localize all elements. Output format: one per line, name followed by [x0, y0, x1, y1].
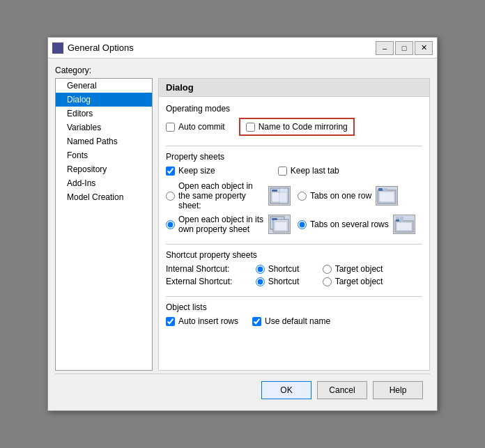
svg-rect-10	[272, 218, 277, 220]
same-property-radio-label[interactable]: Open each object in the same property sh…	[166, 181, 264, 210]
svg-rect-3	[279, 188, 288, 203]
object-lists-label: Object lists	[166, 302, 422, 312]
tabs-one-row-icon	[376, 186, 398, 206]
internal-shortcut-label: Internal Shortcut:	[166, 264, 249, 274]
operating-modes-section: Operating modes Auto commit Name to Code…	[166, 104, 422, 136]
operating-modes-row: Auto commit Name to Code mirroring	[166, 118, 422, 136]
keep-size-checkbox-label[interactable]: Keep size	[166, 166, 215, 176]
shortcut-grid: Internal Shortcut: Shortcut Target objec…	[166, 264, 422, 286]
tabs-several-rows-radio[interactable]	[298, 220, 307, 229]
window-title: General Options	[68, 43, 134, 53]
sidebar-item-repository[interactable]: Repository	[56, 162, 152, 176]
operating-modes-label: Operating modes	[166, 104, 422, 114]
svg-rect-1	[272, 190, 277, 192]
sidebar-item-model-creation[interactable]: Model Creation	[56, 190, 152, 204]
use-default-name-checkbox-label[interactable]: Use default name	[252, 316, 330, 326]
own-property-radio[interactable]	[166, 220, 175, 229]
own-property-label: Open each object in its own property she…	[178, 215, 264, 234]
internal-shortcut-radio-label[interactable]: Shortcut	[256, 264, 316, 274]
auto-commit-checkbox-label[interactable]: Auto commit	[166, 122, 225, 132]
general-options-window: General Options – □ ✕ Category: General …	[47, 37, 438, 411]
keep-size-checkbox[interactable]	[166, 167, 175, 176]
tabs-one-row-radio-label[interactable]: Tabs on one row	[298, 191, 371, 201]
tabs-one-row-label: Tabs on one row	[310, 191, 371, 201]
use-default-name-label: Use default name	[265, 316, 330, 326]
same-property-radio[interactable]	[166, 192, 175, 201]
external-shortcut-radio-label[interactable]: Shortcut	[256, 277, 316, 286]
auto-commit-label: Auto commit	[178, 122, 225, 132]
keep-last-tab-checkbox[interactable]	[278, 167, 287, 176]
auto-insert-checkbox[interactable]	[166, 317, 175, 326]
title-buttons: – □ ✕	[376, 41, 433, 55]
minimize-button[interactable]: –	[376, 41, 394, 55]
keep-size-label: Keep size	[178, 166, 215, 176]
cancel-button[interactable]: Cancel	[317, 381, 367, 399]
sidebar-item-add-ins[interactable]: Add-Ins	[56, 176, 152, 190]
internal-target-radio[interactable]	[323, 265, 332, 274]
keep-row: Keep size Keep last tab	[166, 166, 422, 176]
same-property-row: Open each object in the same property sh…	[166, 181, 291, 210]
ok-button[interactable]: OK	[261, 381, 311, 399]
auto-insert-label: Auto insert rows	[178, 316, 238, 326]
svg-rect-11	[275, 222, 287, 231]
external-target-option: Target object	[335, 277, 383, 286]
close-button[interactable]: ✕	[415, 41, 433, 55]
external-shortcut-option: Shortcut	[268, 277, 300, 286]
svg-rect-16	[400, 217, 403, 219]
object-lists-row: Auto insert rows Use default name	[166, 316, 422, 326]
tabs-several-rows-icon	[393, 215, 415, 234]
sidebar: General Dialog Editors Variables Named P…	[55, 78, 153, 371]
tabs-one-row-row: Tabs on one row	[298, 181, 422, 210]
sidebar-item-dialog[interactable]: Dialog	[56, 93, 152, 107]
same-property-icon	[268, 186, 291, 206]
external-shortcut-radio[interactable]	[256, 277, 265, 286]
internal-shortcut-option: Shortcut	[268, 264, 300, 274]
name-to-code-checkbox[interactable]	[246, 123, 255, 132]
svg-rect-15	[396, 217, 399, 219]
name-to-code-checkbox-label[interactable]: Name to Code mirroring	[246, 122, 348, 132]
panel-body: Operating modes Auto commit Name to Code…	[159, 97, 429, 343]
divider-3	[166, 296, 422, 297]
external-shortcut-label: External Shortcut:	[166, 277, 249, 286]
shortcut-section: Shortcut property sheets Internal Shortc…	[166, 250, 422, 286]
sidebar-item-general[interactable]: General	[56, 79, 152, 93]
property-sheets-grid: Open each object in the same property sh…	[166, 181, 422, 234]
name-to-code-box: Name to Code mirroring	[239, 118, 355, 136]
auto-insert-checkbox-label[interactable]: Auto insert rows	[166, 316, 238, 326]
shortcut-label: Shortcut property sheets	[166, 250, 422, 260]
svg-rect-7	[379, 192, 394, 202]
divider-1	[166, 146, 422, 146]
external-target-radio[interactable]	[323, 277, 332, 286]
own-property-row: Open each object in its own property she…	[166, 215, 291, 234]
sidebar-item-variables[interactable]: Variables	[56, 121, 152, 134]
external-target-radio-label[interactable]: Target object	[323, 277, 399, 286]
sidebar-item-editors[interactable]: Editors	[56, 107, 152, 121]
internal-target-radio-label[interactable]: Target object	[323, 264, 399, 274]
tabs-several-rows-radio-label[interactable]: Tabs on several rows	[298, 219, 389, 229]
category-label: Category:	[55, 65, 430, 75]
help-button[interactable]: Help	[373, 381, 423, 399]
window-body: Category: General Dialog Editors Variabl…	[48, 59, 437, 410]
own-property-radio-label[interactable]: Open each object in its own property she…	[166, 215, 264, 234]
use-default-name-checkbox[interactable]	[252, 317, 261, 326]
svg-rect-5	[378, 188, 383, 191]
sidebar-item-named-paths[interactable]: Named Paths	[56, 134, 152, 148]
internal-shortcut-radio[interactable]	[256, 265, 265, 274]
svg-rect-17	[397, 222, 412, 231]
auto-commit-checkbox[interactable]	[166, 123, 175, 132]
internal-target-option: Target object	[335, 264, 383, 274]
sidebar-item-fonts[interactable]: Fonts	[56, 148, 152, 162]
tabs-several-rows-row: Tabs on several rows	[298, 215, 422, 234]
title-bar-left: General Options	[52, 43, 134, 54]
svg-rect-6	[383, 188, 387, 191]
property-sheets-label: Property sheets	[166, 152, 422, 162]
keep-last-tab-checkbox-label[interactable]: Keep last tab	[278, 166, 339, 176]
name-to-code-label: Name to Code mirroring	[259, 122, 348, 132]
keep-last-tab-label: Keep last tab	[291, 166, 339, 176]
settings-icon	[52, 43, 63, 54]
object-lists-section: Object lists Auto insert rows Use defaul…	[166, 302, 422, 326]
footer: OK Cancel Help	[55, 373, 430, 403]
maximize-button[interactable]: □	[395, 41, 413, 55]
divider-2	[166, 244, 422, 245]
tabs-one-row-radio[interactable]	[298, 192, 307, 201]
